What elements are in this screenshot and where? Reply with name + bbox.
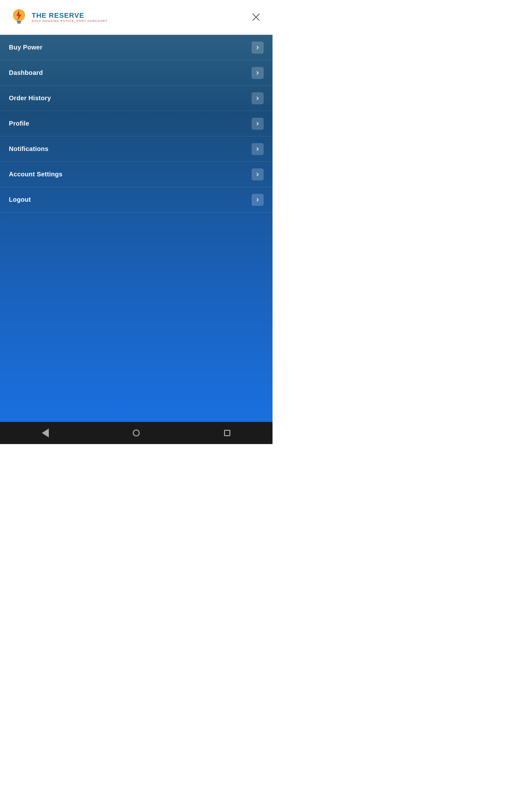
menu-item-account-settings[interactable]: Account Settings (0, 162, 273, 187)
logo-subtitle: GOLF HOUSING ESTATE, PORT HARCOURT (32, 19, 107, 22)
menu-item-arrow-logout (251, 194, 264, 206)
menu-item-label-dashboard: Dashboard (9, 69, 43, 77)
menu-item-buy-power[interactable]: Buy Power (0, 35, 273, 60)
main-content: Buy Power Dashboard Order History Profil… (0, 35, 273, 422)
menu-item-arrow-dashboard (251, 67, 264, 79)
menu-list: Buy Power Dashboard Order History Profil… (0, 35, 273, 212)
logo-title: THE RESERVE (32, 12, 107, 19)
home-icon (133, 429, 140, 437)
back-icon (42, 428, 49, 438)
recent-icon (224, 430, 230, 436)
svg-rect-2 (17, 22, 20, 23)
menu-item-label-logout: Logout (9, 196, 31, 203)
menu-item-label-notifications: Notifications (9, 145, 49, 153)
close-button[interactable] (249, 10, 263, 24)
logo-text: THE RESERVE GOLF HOUSING ESTATE, PORT HA… (32, 12, 107, 22)
menu-item-arrow-buy-power (251, 42, 264, 54)
menu-item-label-account-settings: Account Settings (9, 171, 62, 178)
menu-item-profile[interactable]: Profile (0, 111, 273, 136)
menu-item-dashboard[interactable]: Dashboard (0, 60, 273, 86)
menu-item-logout[interactable]: Logout (0, 187, 273, 212)
home-button[interactable] (128, 425, 144, 441)
app-header: THE RESERVE GOLF HOUSING ESTATE, PORT HA… (0, 0, 273, 35)
menu-item-arrow-notifications (251, 143, 264, 155)
svg-rect-1 (17, 21, 21, 22)
menu-item-label-order-history: Order History (9, 95, 51, 102)
logo-icon (9, 8, 29, 27)
logo-container: THE RESERVE GOLF HOUSING ESTATE, PORT HA… (9, 8, 107, 27)
menu-item-label-buy-power: Buy Power (9, 44, 43, 51)
menu-item-label-profile: Profile (9, 120, 29, 127)
menu-item-arrow-order-history (251, 92, 264, 104)
recent-button[interactable] (219, 425, 235, 441)
menu-item-arrow-profile (251, 118, 264, 130)
back-button[interactable] (38, 425, 53, 441)
menu-item-order-history[interactable]: Order History (0, 86, 273, 111)
bottom-nav-bar (0, 422, 273, 444)
menu-item-notifications[interactable]: Notifications (0, 136, 273, 162)
menu-item-arrow-account-settings (251, 168, 264, 181)
